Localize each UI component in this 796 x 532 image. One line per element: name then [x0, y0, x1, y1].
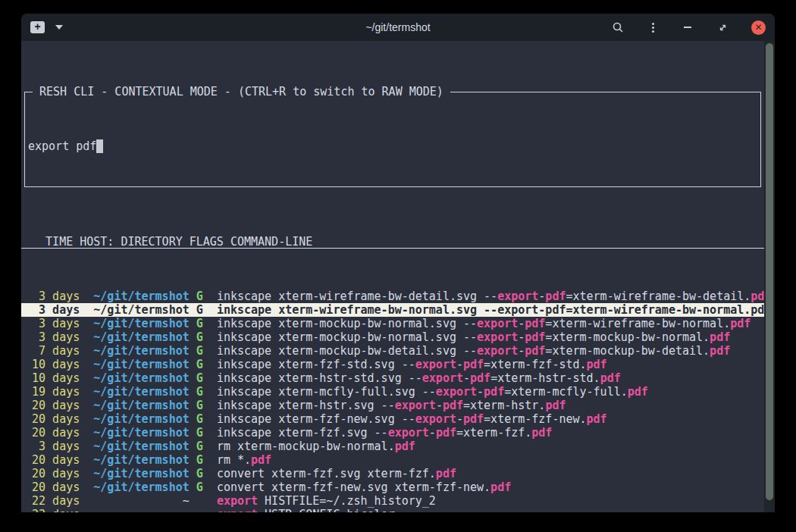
history-row[interactable]: 20 days ~/git/termshot G inkscape xterm-…	[21, 412, 764, 426]
history-row[interactable]: 7 days ~/git/termshot G inkscape xterm-m…	[21, 344, 764, 358]
history-row[interactable]: 3 days ~/git/termshot G inkscape xterm-w…	[21, 303, 764, 317]
close-icon[interactable]: ✕	[751, 20, 766, 35]
history-row[interactable]: 20 days ~/git/termshot G inkscape xterm-…	[21, 426, 764, 440]
titlebar: ~/git/termshot ✕	[21, 14, 775, 41]
chevron-down-icon[interactable]	[55, 25, 63, 30]
minimize-icon[interactable]	[682, 21, 694, 33]
menu-kebab-icon[interactable]	[647, 21, 659, 33]
history-row[interactable]: 23 days ~ export HSTR_CONFIG=hicolor	[21, 508, 764, 512]
history-row[interactable]: 3 days ~/git/termshot G rm xterm-mockup-…	[21, 440, 764, 453]
scrollbar-thumb[interactable]	[766, 43, 773, 500]
history-row[interactable]: 20 days ~/git/termshot G convert xterm-f…	[21, 467, 764, 480]
history-row[interactable]: 22 days ~ export HISTFILE=~/.zsh_history…	[21, 494, 764, 508]
history-row[interactable]: 20 days ~/git/termshot G inkscape xterm-…	[21, 399, 764, 412]
table-header: TIME HOST: DIRECTORY FLAGS COMMAND-LINE	[21, 235, 764, 249]
search-panel-title: RESH CLI - CONTEXTUAL MODE - (CTRL+R to …	[33, 85, 450, 99]
terminal-window: ~/git/termshot ✕ RESH CLI - CONTEXTUAL M…	[21, 14, 775, 512]
history-row[interactable]: 20 days ~/git/termshot G convert xterm-f…	[21, 480, 764, 494]
history-rows: 3 days ~/git/termshot G inkscape xterm-w…	[21, 289, 764, 512]
new-tab-icon[interactable]	[30, 21, 45, 33]
history-row[interactable]: 3 days ~/git/termshot G inkscape xterm-m…	[21, 317, 764, 330]
search-icon[interactable]	[612, 21, 624, 33]
history-row[interactable]: 10 days ~/git/termshot G inkscape xterm-…	[21, 358, 764, 371]
scrollbar[interactable]	[764, 41, 775, 512]
search-query-text: export pdf	[28, 139, 96, 153]
history-row[interactable]: 3 days ~/git/termshot G inkscape xterm-w…	[21, 289, 764, 303]
search-panel: RESH CLI - CONTEXTUAL MODE - (CTRL+R to …	[24, 92, 761, 187]
history-row[interactable]: 20 days ~/git/termshot G rm *.pdf	[21, 453, 764, 467]
search-input[interactable]: export pdf	[28, 139, 757, 153]
history-row[interactable]: 19 days ~/git/termshot G inkscape xterm-…	[21, 385, 764, 399]
restore-icon[interactable]	[716, 21, 729, 33]
history-row[interactable]: 10 days ~/git/termshot G inkscape xterm-…	[21, 371, 764, 385]
history-row[interactable]: 3 days ~/git/termshot G inkscape xterm-m…	[21, 330, 764, 344]
terminal-content: RESH CLI - CONTEXTUAL MODE - (CTRL+R to …	[21, 41, 764, 512]
text-cursor	[96, 139, 103, 153]
